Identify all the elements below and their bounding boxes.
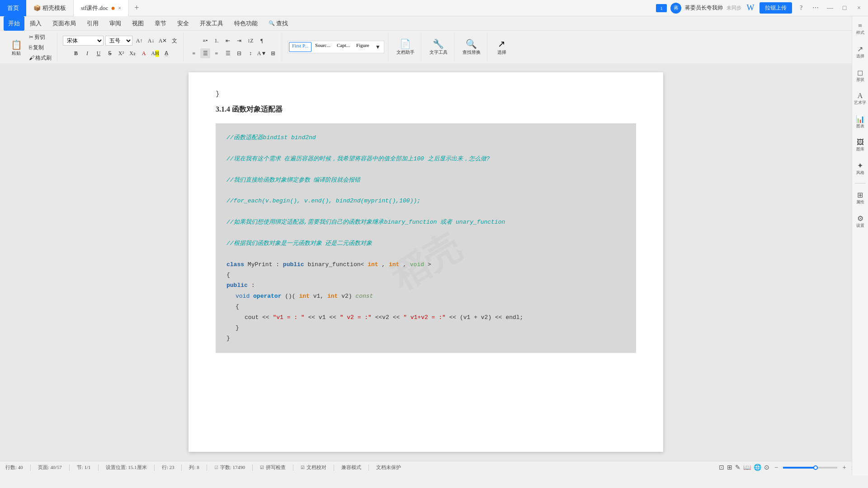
format-painter-button[interactable]: 🖌 格式刷 [27, 53, 53, 63]
numbered-list-button[interactable]: 1. [212, 36, 222, 46]
char-shadow-button[interactable]: A̤ [161, 48, 171, 58]
maximize-button[interactable]: □ [839, 3, 850, 14]
style-figure[interactable]: Figure [354, 42, 372, 52]
status-spell[interactable]: ☑ 拼写检查 [260, 464, 286, 471]
border-button[interactable]: ⊞ [268, 48, 278, 58]
install-button[interactable]: 拉锯上传 [760, 2, 792, 14]
right-sidebar: ≡ 样式 ↗ 选择 ◻ 形状 A 艺术字 📊 图表 🖼 图库 [852, 63, 868, 461]
add-tab-button[interactable]: + [129, 0, 144, 16]
shading-button[interactable]: A▼ [257, 48, 267, 58]
properties-label: 属性 [856, 199, 864, 205]
tab-review[interactable]: 审阅 [104, 16, 127, 31]
tab-references[interactable]: 引用 [81, 16, 104, 31]
font-color-button[interactable]: A [139, 48, 149, 58]
select-rs-label: 选择 [856, 53, 864, 59]
font-decrease-button[interactable]: A↓ [146, 36, 156, 46]
tab-insert[interactable]: 插入 [24, 16, 47, 31]
tab-chapter[interactable]: 章节 [149, 16, 172, 31]
tab-special[interactable]: 特色功能 [229, 16, 263, 31]
font-convert-button[interactable]: 文 [170, 36, 179, 46]
tab-doc[interactable]: stl课件.doc ● × [74, 0, 129, 16]
view-read-button[interactable]: 📖 [743, 464, 751, 471]
doc-area[interactable]: 稻壳 } 3.1.4 函数对象适配器 //函数适配器bind1st bind2n… [0, 63, 852, 461]
view-web-button[interactable]: 🌐 [754, 464, 761, 471]
sidebar-properties[interactable]: ⊞ 属性 [856, 189, 864, 207]
align-justify-button[interactable]: ☰ [223, 48, 233, 58]
clipboard-top: 📋 粘贴 ✂ 剪切 ⎘ 复制 🖌 格式刷 [7, 33, 53, 63]
align-center-button[interactable]: ☰ [200, 48, 210, 58]
settings-button[interactable]: ⋯ [810, 3, 821, 14]
strikethrough-button[interactable]: S̶ [105, 48, 115, 58]
line-spacing-button[interactable]: ↕ [245, 48, 255, 58]
indent-button[interactable]: ⇥ [234, 36, 244, 46]
outdent-button[interactable]: ⇤ [223, 36, 233, 46]
font-size-select[interactable]: 五号 [105, 36, 132, 46]
tab-home[interactable]: 首页 [0, 0, 26, 16]
tab-start[interactable]: 开始 [4, 16, 24, 31]
sort-button[interactable]: ↕Z [245, 36, 255, 46]
view-normal-button[interactable]: ⊡ [719, 464, 724, 471]
show-marks-button[interactable]: ¶ [257, 36, 267, 46]
tab-template[interactable]: 📦 稻壳模板 [26, 0, 74, 16]
code-block[interactable]: //函数适配器bind1st bind2nd //现在我有这个需求 在遍历容器的… [216, 123, 636, 353]
format-painter-icon: 🖌 [29, 55, 34, 61]
tab-find[interactable]: 🔍查找 [263, 16, 293, 31]
zoom-slider[interactable] [783, 467, 837, 469]
tab-dev-tools[interactable]: 开发工具 [194, 16, 229, 31]
tab-security[interactable]: 安全 [172, 16, 194, 31]
copy-button[interactable]: ⎘ 复制 [27, 43, 53, 52]
cut-button[interactable]: ✂ 剪切 [27, 33, 53, 42]
select-button[interactable]: ↗ 选择 [493, 38, 511, 56]
bold-button[interactable]: B [71, 48, 81, 58]
style-caption[interactable]: Capt... [334, 42, 353, 52]
zoom-out-button[interactable]: − [772, 464, 780, 472]
view-edit-button[interactable]: ✎ [735, 464, 741, 471]
doc-assistant-icon: 📄 [400, 38, 411, 49]
sidebar-style2[interactable]: ✦ 风格 [856, 160, 864, 178]
status-sep-8 [293, 465, 293, 471]
font-family-select[interactable]: 宋体 [63, 36, 104, 46]
zoom-slider-fill [783, 467, 816, 469]
sidebar-styles[interactable]: ≡ 样式 [856, 20, 864, 38]
status-sep-1 [30, 465, 31, 471]
italic-button[interactable]: I [82, 48, 92, 58]
highlight-button[interactable]: AH [150, 48, 160, 58]
styles-expand-button[interactable]: ▼ [373, 42, 383, 52]
user-name: 蒋委员长夸我帅 [685, 4, 723, 12]
zoom-in-button[interactable]: + [840, 464, 848, 472]
status-review[interactable]: ☑ 文档校对 [301, 464, 326, 471]
style-source[interactable]: Sourc... [312, 42, 333, 52]
sidebar-chart[interactable]: 📊 图表 [856, 113, 865, 131]
minimize-button[interactable]: — [825, 3, 835, 14]
sidebar-arttext[interactable]: A 艺术字 [854, 90, 866, 108]
code-line-16: void operator ()( int v1, int v2) const [226, 291, 625, 301]
help-button[interactable]: ? [796, 3, 807, 14]
sidebar-settings[interactable]: ⚙ 设置 [856, 212, 864, 230]
doc-assistant-button[interactable]: 📄 文档助手 [394, 38, 417, 56]
tab-page-layout[interactable]: 页面布局 [47, 16, 81, 31]
tab-view[interactable]: 视图 [127, 16, 149, 31]
super-button[interactable]: X² [116, 48, 126, 58]
paste-button[interactable]: 📋 粘贴 [7, 38, 25, 57]
sidebar-select[interactable]: ↗ 选择 [856, 43, 864, 61]
align-left-button[interactable]: ≡ [189, 48, 199, 58]
col-button[interactable]: ⊟ [234, 48, 244, 58]
font-increase-button[interactable]: A↑ [134, 36, 144, 46]
view-focus-button[interactable]: ⊙ [764, 464, 769, 471]
align-right-button[interactable]: ≡ [212, 48, 222, 58]
close-window-button[interactable]: × [854, 3, 864, 14]
sub-button[interactable]: X₂ [127, 48, 137, 58]
text-tools-button[interactable]: 🔧 文字工具 [427, 38, 450, 56]
clear-format-button[interactable]: A✕ [158, 36, 168, 46]
view-multipage-button[interactable]: ⊞ [727, 464, 732, 471]
sidebar-shape[interactable]: ◻ 形状 [856, 66, 864, 84]
bullet-list-button[interactable]: ≡• [200, 36, 210, 46]
code-line-17: { [226, 301, 625, 312]
style-first[interactable]: First P... [289, 42, 311, 52]
underline-button[interactable]: U [94, 48, 104, 58]
chart-label: 图表 [856, 123, 864, 129]
find-replace-button[interactable]: 🔍 查找替换 [460, 38, 483, 56]
sidebar-gallery[interactable]: 🖼 图库 [856, 136, 864, 154]
status-col: 列: 8 [189, 464, 199, 471]
close-doc-icon[interactable]: × [118, 5, 121, 12]
